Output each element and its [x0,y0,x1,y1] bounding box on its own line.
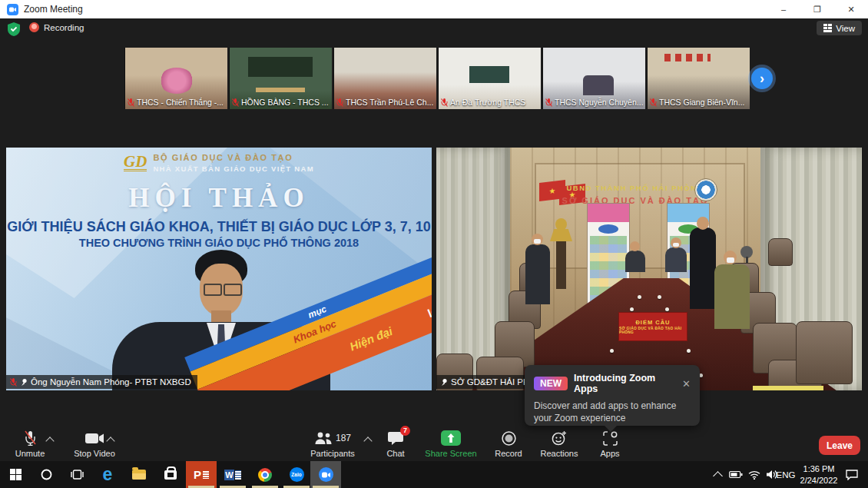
reactions-label: Reactions [541,449,578,458]
apps-button[interactable]: Apps [593,430,627,458]
apps-icon [603,431,618,446]
store-bag-icon [164,470,177,480]
restore-button[interactable]: ❐ [800,0,834,18]
task-view-button[interactable] [61,461,92,488]
main-video-room[interactable]: ★ ★ UBND THÀNH PHỐ HẢI PHÒNG SỞ GIÁO DỤC… [436,148,862,390]
edge-browser-button[interactable]: e [92,461,123,488]
slide-header: GD BỘ GIÁO DỤC VÀ ĐÀO TẠO NHÀ XUẤT BẢN G… [6,153,432,173]
notification-icon [846,470,858,480]
tooltip-title: Introducing Zoom Apps [574,373,676,394]
reactions-button[interactable]: Reactions [536,430,582,458]
slide-subtitle-1: GIỚI THIỆU SÁCH GIÁO KHOA, THIẾT BỊ GIÁO… [6,219,432,235]
person-head [630,241,640,251]
stop-video-button[interactable]: Stop Video [66,430,123,458]
video-thumbnail[interactable]: THCS Trần Phú-Lê Ch... [333,48,436,109]
tea-cup [638,295,641,299]
tray-expand-button[interactable] [708,461,727,488]
windows-taskbar: e P W Zalo ENG 1:36 PM2/24/2022 [0,461,868,488]
participants-icon [314,432,333,445]
participant-name: THCS Trần Phú-Lê Ch... [346,98,433,107]
participant-name: THCS Nguyễn Chuyên... [555,98,644,107]
tea-cup [658,295,661,299]
date-label: 2/24/2022 [800,476,838,485]
chair [768,238,793,266]
zalo-button[interactable]: Zalo [281,461,312,488]
share-screen-button[interactable]: Share Screen [419,430,482,458]
recording-dot-icon [29,22,39,32]
folder-icon [132,470,146,480]
powerpoint-button[interactable]: P [186,461,217,488]
participant-name: THCS Giang Biên-Vĩn... [659,98,744,107]
room-name: SỞ GD&ĐT HẢI PHÒ [451,377,536,387]
chair [796,321,853,384]
tea-cup [687,349,691,353]
tooltip-close-icon[interactable]: ✕ [682,378,691,390]
video-thumbnail[interactable]: THCS Giang Biên-Vĩn... [647,48,750,109]
start-button[interactable] [0,461,31,488]
muted-mic-icon [24,430,37,446]
person-head [697,217,709,230]
muted-mic-icon [650,98,657,107]
pin-icon [20,378,28,387]
yellow-banner-strip [753,386,823,390]
time-label: 1:36 PM [803,464,835,473]
participants-button[interactable]: 187 Participants [304,430,361,458]
wall-banner-line-2: SỞ GIÁO DỤC VÀ ĐÀO TẠO [510,196,760,205]
file-explorer-button[interactable] [124,461,154,488]
participant-name: HỒNG BÀNG - THCS ... [241,98,329,107]
view-button[interactable]: View [817,21,862,35]
battery-status[interactable] [727,461,745,488]
clock[interactable]: 1:36 PM2/24/2022 [797,461,840,488]
reactions-smiley-icon [552,431,567,446]
next-page-button[interactable]: › [751,68,773,89]
microsoft-store-button[interactable] [155,461,186,488]
language-indicator[interactable]: ENG [774,461,797,488]
main-video-presenter[interactable]: GD BỘ GIÁO DỤC VÀ ĐÀO TẠO NHÀ XUẤT BẢN G… [6,148,432,390]
task-view-icon [71,470,84,480]
tea-cup [665,307,669,311]
video-thumbnail[interactable]: An Đà Trường THCS [438,48,541,109]
bust-pedestal [556,241,566,289]
ribbon-word: Hiện đại [348,324,394,353]
powerpoint-icon: P [194,468,201,481]
leave-button[interactable]: Leave [819,436,860,455]
participants-label: Participants [310,449,354,458]
wifi-icon [748,470,760,480]
slide-subtitle-2: THEO CHƯƠNG TRÌNH GIÁO DỤC PHỔ THÔNG 201… [6,237,432,249]
muted-mic-icon [128,98,134,107]
video-thumbnail[interactable]: THCS - Chiến Thắng -... [124,48,227,109]
face-mask [534,239,541,244]
chevron-up-icon [713,471,723,481]
wall-banner-line-1: UBND THÀNH PHỐ HẢI PHÒNG [510,184,760,192]
muted-mic-icon [232,98,239,107]
record-label: Record [495,449,522,458]
share-screen-label: Share Screen [425,449,476,458]
video-thumbnail[interactable]: THCS Nguyễn Chuyên... [542,48,645,109]
video-thumbnail[interactable]: HỒNG BÀNG - THCS ... [229,48,332,109]
close-button[interactable]: ✕ [834,0,868,18]
ministry-line: BỘ GIÁO DỤC VÀ ĐÀO TẠO [153,153,313,162]
record-button[interactable]: Record [490,430,527,458]
search-button[interactable] [31,461,61,488]
search-circle-icon [41,469,52,480]
muted-mic-icon [545,98,552,107]
participants-options-chevron[interactable] [363,437,372,445]
minimize-button[interactable]: – [767,0,800,18]
unmute-label: Unmute [15,449,45,458]
zoom-camera-icon [319,467,333,482]
network-status[interactable] [745,461,764,488]
presenter-caption: Ông Nguyễn Nam Phóng- PTBT NXBGD [6,375,197,389]
unmute-button[interactable]: Unmute [8,430,52,458]
security-shield-icon[interactable] [8,22,20,39]
chat-button[interactable]: 7 Chat [378,430,413,458]
zoom-apps-tooltip: NEW Introducing Zoom Apps ✕ Discover and… [525,365,700,426]
word-button[interactable]: W [217,461,248,488]
person [714,264,750,329]
table-sign-line-2: SỞ GIÁO DỤC VÀ ĐÀO TẠO HẢI PHÒNG [619,327,687,334]
chrome-button[interactable] [250,461,280,488]
banner-logo [598,224,618,234]
zoom-taskbar-button[interactable] [310,461,341,488]
action-center-button[interactable] [840,461,863,488]
edge-icon: e [103,466,113,483]
publisher-line: NHÀ XUẤT BẢN GIÁO DỤC VIỆT NAM [153,164,313,173]
